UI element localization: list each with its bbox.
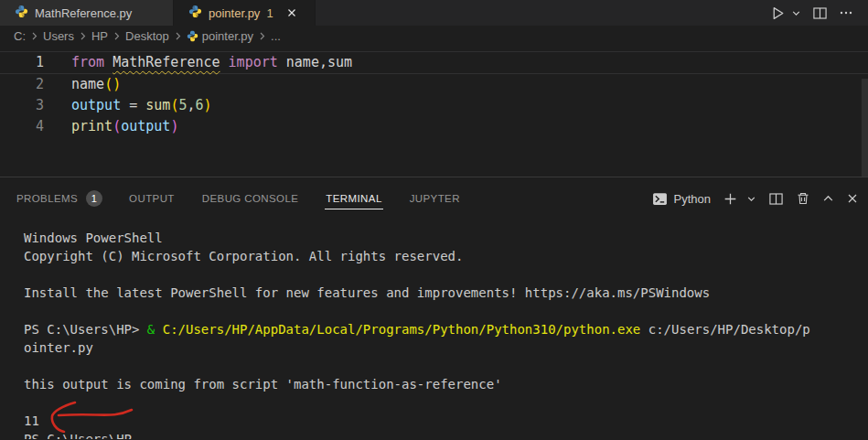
more-actions-icon[interactable] — [839, 5, 853, 20]
tab-output[interactable]: OUTPUT — [128, 188, 176, 209]
close-tab-icon[interactable] — [285, 6, 298, 19]
line-number: 4 — [0, 116, 44, 137]
split-terminal-icon[interactable] — [768, 191, 784, 207]
new-terminal-icon[interactable] — [723, 191, 738, 207]
code-line[interactable]: 4print(output) — [0, 116, 868, 137]
split-editor-icon[interactable] — [812, 5, 828, 21]
chevron-right-icon — [79, 31, 87, 41]
run-dropdown-chevron-icon[interactable] — [791, 8, 801, 18]
terminal-line: PS C:\Users\HP> & C:/Users/HP/AppData/Lo… — [24, 320, 868, 338]
breadcrumb-item[interactable]: HP — [91, 29, 108, 43]
panel-header: PROBLEMS 1 OUTPUT DEBUG CONSOLE TERMINAL… — [0, 177, 868, 220]
terminal-lines: Windows PowerShellCopyright (C) Microsof… — [24, 229, 868, 439]
tab-terminal[interactable]: TERMINAL — [325, 188, 382, 209]
code-line[interactable]: 2name() — [0, 74, 868, 95]
run-python-file-button[interactable] — [770, 5, 786, 21]
terminal-shell-icon — [652, 191, 668, 207]
tab-mathreference[interactable]: MathReference.py — [0, 0, 174, 26]
terminal-line: Copyright (C) Microsoft Corporation. All… — [24, 247, 868, 265]
code-editor[interactable]: 1from MathReference import name,sum2name… — [0, 46, 868, 177]
code-text: from MathReference import name,sum — [44, 52, 352, 73]
tab-pointer[interactable]: pointer.py 1 — [174, 0, 316, 26]
tab-problems[interactable]: PROBLEMS 1 — [16, 188, 102, 209]
kill-terminal-trash-icon[interactable] — [796, 191, 810, 206]
python-icon — [188, 5, 202, 21]
chevron-right-icon — [113, 31, 121, 41]
terminal[interactable]: Windows PowerShellCopyright (C) Microsof… — [0, 220, 868, 439]
vscode-window: MathReference.py pointer.py 1 — [0, 0, 868, 440]
code-text: print(output) — [44, 116, 178, 137]
terminal-line: this output is coming from script 'math-… — [24, 375, 868, 393]
tab-debug-console[interactable]: DEBUG CONSOLE — [201, 188, 300, 209]
bottom-panel: PROBLEMS 1 OUTPUT DEBUG CONSOLE TERMINAL… — [0, 177, 868, 439]
editor-tab-bar: MathReference.py pointer.py 1 — [0, 0, 868, 26]
python-icon — [187, 30, 198, 42]
breadcrumb-item[interactable]: Users — [43, 29, 74, 43]
terminal-actions: Python — [652, 191, 859, 207]
chevron-right-icon — [258, 31, 266, 41]
terminal-line: PS C:\Users\HP — [24, 430, 868, 439]
breadcrumb-item[interactable]: C: — [14, 29, 26, 43]
editor-actions — [770, 0, 868, 26]
code-line[interactable]: 3output = sum(5,6) — [0, 95, 868, 116]
tab-problem-count: 1 — [266, 6, 273, 20]
tab-label: MathReference.py — [35, 6, 132, 20]
terminal-line — [24, 393, 868, 412]
code-line[interactable]: 1from MathReference import name,sum — [0, 51, 868, 74]
terminal-line: ointer.py — [24, 338, 868, 357]
terminal-line — [24, 302, 868, 320]
chevron-right-icon — [174, 31, 182, 41]
breadcrumb-item[interactable]: ... — [271, 29, 281, 43]
terminal-line — [24, 265, 868, 284]
panel-tabs: PROBLEMS 1 OUTPUT DEBUG CONSOLE TERMINAL… — [16, 188, 461, 209]
shell-label: Python — [674, 192, 711, 206]
editor-scrollbar[interactable] — [862, 79, 868, 177]
terminal-dropdown-chevron-icon[interactable] — [746, 194, 756, 204]
maximize-panel-chevron-up-icon[interactable] — [822, 193, 834, 205]
terminal-line: 11 — [24, 412, 868, 430]
line-number: 1 — [0, 52, 44, 73]
line-number: 2 — [0, 74, 44, 95]
line-number: 3 — [0, 95, 44, 116]
tab-jupyter[interactable]: JUPYTER — [409, 188, 461, 209]
terminal-line: Windows PowerShell — [24, 229, 868, 247]
terminal-line — [24, 357, 868, 375]
chevron-right-icon — [30, 31, 38, 41]
code-text: name() — [44, 74, 121, 95]
close-panel-icon[interactable] — [846, 192, 859, 205]
python-icon — [15, 5, 28, 21]
breadcrumb-item[interactable]: Desktop — [125, 29, 169, 43]
problems-count-badge: 1 — [86, 190, 102, 207]
code-text: output = sum(5,6) — [44, 95, 212, 116]
terminal-line: Install the latest PowerShell for new fe… — [24, 284, 868, 302]
breadcrumb-item-file[interactable]: pointer.py — [187, 29, 253, 43]
tab-label: pointer.py — [209, 6, 260, 20]
code-lines: 1from MathReference import name,sum2name… — [0, 51, 868, 137]
shell-picker[interactable]: Python — [652, 191, 711, 207]
breadcrumb: C: Users HP Desktop pointer.py ... — [0, 26, 868, 46]
